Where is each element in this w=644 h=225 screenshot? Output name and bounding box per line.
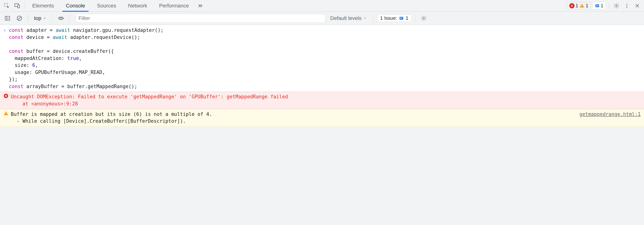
svg-point-9: [626, 4, 628, 5]
console-warning-message[interactable]: Buffer is mapped at creation but its siz…: [0, 109, 644, 126]
clear-console-icon[interactable]: [14, 13, 24, 24]
issue-label: 1 Issue:: [380, 15, 397, 21]
svg-line-15: [18, 17, 21, 20]
source-link[interactable]: getmappedrange.html:1: [576, 111, 641, 125]
svg-rect-12: [5, 16, 10, 20]
divider: [70, 15, 70, 22]
svg-rect-18: [400, 18, 403, 18]
more-tabs-icon[interactable]: [195, 0, 205, 11]
devtools-tabstrip: Elements Console Sources Network Perform…: [0, 0, 644, 12]
info-count: 1: [601, 3, 604, 8]
input-chevron-icon: ›: [3, 27, 6, 90]
warning-icon: [579, 3, 584, 8]
tab-console[interactable]: Console: [60, 0, 91, 12]
svg-rect-5: [595, 4, 599, 7]
error-icon: [3, 93, 8, 107]
chevron-down-icon: [43, 16, 46, 20]
code-block: const adapter = await navigator.gpu.requ…: [9, 27, 164, 90]
issue-count: 1: [406, 15, 408, 21]
levels-label: Default levels: [330, 15, 362, 21]
info-icon: [399, 16, 404, 21]
svg-rect-4: [582, 6, 582, 7]
warning-icon: [3, 111, 8, 125]
device-toolbar-icon[interactable]: [12, 0, 22, 11]
console-message-list: › const adapter = await navigator.gpu.re…: [0, 25, 644, 126]
close-icon[interactable]: [632, 0, 642, 11]
svg-rect-19: [400, 18, 402, 19]
filter-input[interactable]: [76, 14, 325, 23]
message-counts[interactable]: 1 1: [567, 2, 591, 10]
svg-point-10: [626, 5, 628, 6]
warning-text: Buffer is mapped at creation but its siz…: [11, 111, 576, 125]
info-icon: [595, 3, 600, 8]
svg-point-16: [60, 17, 62, 19]
divider: [28, 15, 28, 22]
tab-label: Elements: [32, 3, 54, 9]
warning-count: 1: [586, 3, 588, 8]
panel-tabs: Elements Console Sources Network Perform…: [26, 0, 205, 11]
svg-point-11: [626, 7, 628, 8]
error-count: 1: [576, 3, 578, 8]
context-label: top: [34, 15, 41, 21]
svg-point-20: [423, 18, 424, 19]
context-selector[interactable]: top: [32, 14, 49, 22]
inspect-element-icon[interactable]: [2, 0, 12, 11]
svg-rect-22: [6, 112, 6, 114]
console-toolbar: top Default levels 1 Issue: 1: [0, 12, 644, 25]
tab-network[interactable]: Network: [122, 0, 153, 12]
svg-rect-7: [596, 6, 598, 6]
svg-rect-23: [6, 114, 6, 114]
divider: [609, 2, 609, 9]
svg-rect-17: [400, 17, 403, 20]
svg-point-8: [616, 5, 617, 6]
toggle-sidebar-icon[interactable]: [2, 13, 13, 24]
kebab-menu-icon[interactable]: [622, 0, 632, 11]
chevron-down-icon: [363, 16, 367, 20]
tab-label: Network: [128, 3, 147, 9]
divider: [415, 15, 415, 22]
svg-rect-6: [596, 5, 598, 6]
svg-rect-2: [18, 5, 20, 8]
log-levels-selector[interactable]: Default levels: [327, 15, 370, 21]
tab-elements[interactable]: Elements: [26, 0, 60, 12]
settings-icon[interactable]: [611, 0, 622, 11]
svg-rect-3: [582, 5, 582, 6]
divider: [24, 2, 24, 9]
issues-badge[interactable]: 1 Issue: 1: [377, 14, 412, 22]
console-input-entry[interactable]: › const adapter = await navigator.gpu.re…: [0, 25, 644, 92]
error-text: Uncaught DOMException: Failed to execute…: [11, 93, 288, 107]
tab-label: Console: [66, 3, 85, 9]
live-expression-icon[interactable]: [56, 13, 66, 24]
tab-label: Sources: [97, 3, 116, 9]
console-error-message[interactable]: Uncaught DOMException: Failed to execute…: [0, 92, 644, 109]
tab-label: Performance: [159, 3, 189, 9]
error-icon: [569, 3, 574, 8]
console-settings-icon[interactable]: [418, 13, 429, 24]
tab-sources[interactable]: Sources: [91, 0, 122, 12]
tab-performance[interactable]: Performance: [153, 0, 195, 12]
info-count-badge[interactable]: 1: [592, 2, 606, 10]
